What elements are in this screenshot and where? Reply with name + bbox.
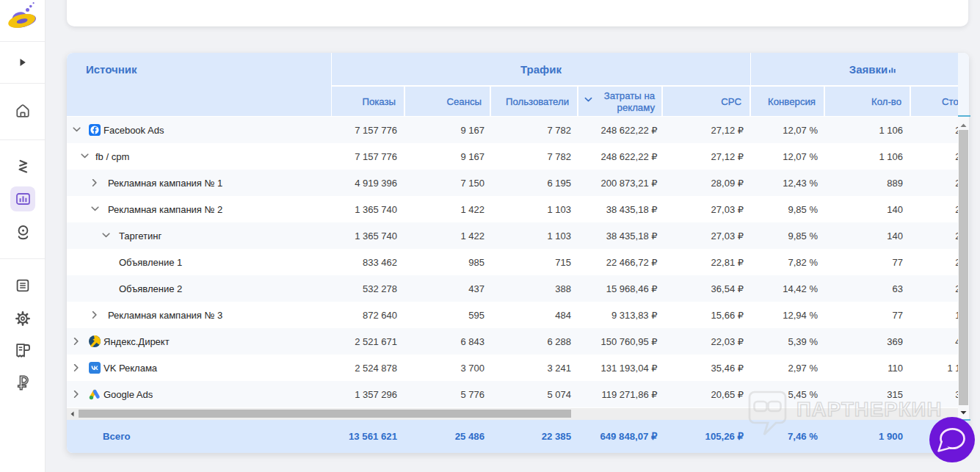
svg-text:ПАРТНЕРКИН: ПАРТНЕРКИН: [796, 398, 942, 421]
